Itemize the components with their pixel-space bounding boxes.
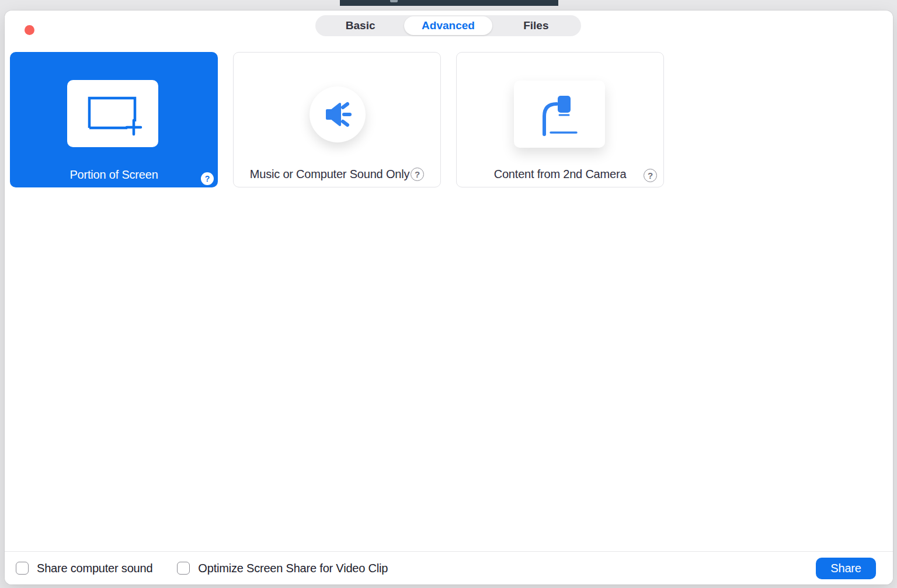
optimize-video-clip-label: Optimize Screen Share for Video Clip	[198, 562, 388, 575]
document-camera-icon	[514, 81, 605, 148]
help-icon[interactable]: ?	[201, 172, 214, 185]
tab-advanced[interactable]: Advanced	[404, 16, 492, 35]
card-music-or-computer-sound-only[interactable]: Music or Computer Sound Only?	[233, 52, 441, 187]
speaker-sound-icon	[310, 86, 366, 142]
close-button[interactable]	[25, 25, 34, 35]
card-content-from-2nd-camera[interactable]: Content from 2nd Camera ?	[456, 52, 664, 187]
card-label-text: Music or Computer Sound Only	[250, 168, 409, 181]
help-icon[interactable]: ?	[411, 168, 424, 181]
tab-files[interactable]: Files	[492, 16, 580, 35]
share-mode-tab-bar: Basic Advanced Files	[315, 15, 581, 36]
share-button[interactable]: Share	[816, 558, 876, 579]
tab-basic[interactable]: Basic	[317, 16, 404, 35]
share-computer-sound-label: Share computer sound	[37, 562, 152, 575]
card-label-text: Portion of Screen	[69, 168, 158, 182]
card-label-text: Content from 2nd Camera	[494, 168, 627, 181]
share-computer-sound-option: Share computer sound	[16, 562, 152, 575]
card-label: Music or Computer Sound Only?	[234, 167, 440, 181]
zoom-share-dialog: Basic Advanced Files Portion of Screen ?	[5, 11, 893, 584]
help-icon[interactable]: ?	[644, 169, 657, 182]
background-window-edge	[340, 0, 558, 6]
share-computer-sound-checkbox[interactable]	[16, 562, 29, 575]
optimize-video-clip-option: Optimize Screen Share for Video Clip	[177, 562, 388, 575]
card-label: Content from 2nd Camera	[457, 167, 663, 181]
portion-of-screen-icon	[67, 80, 158, 147]
background-window-glyph	[390, 0, 398, 2]
card-portion-of-screen[interactable]: Portion of Screen ?	[10, 52, 218, 187]
card-label: Portion of Screen	[10, 168, 218, 182]
footer-bar: Share computer sound Optimize Screen Sha…	[5, 551, 893, 584]
optimize-video-clip-checkbox[interactable]	[177, 562, 190, 575]
